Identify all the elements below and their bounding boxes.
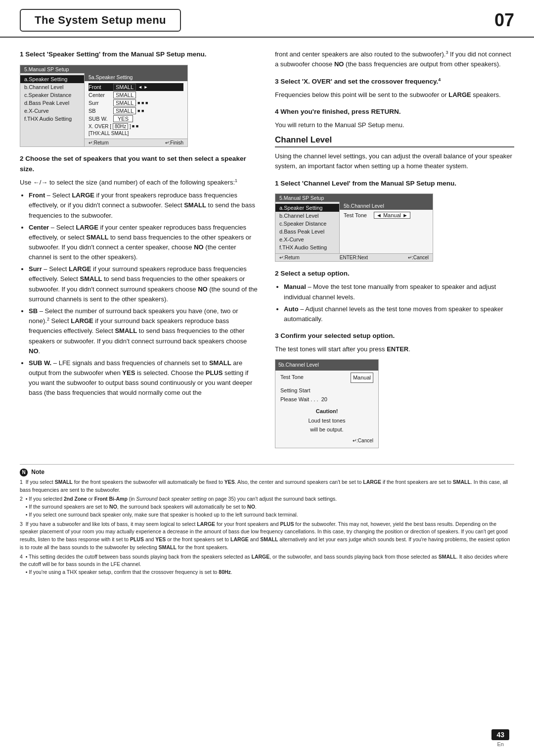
- menu-row-sb: SB SMALL ■ ■: [89, 107, 183, 115]
- ch-menu-item-bass: d.Bass Peak Level: [275, 228, 339, 236]
- ch-test-tone-row: Test Tone ◄ Manual ►: [344, 212, 410, 219]
- menu-right-panel: Front SMALL ◄ ► Center SMALL Surr: [85, 81, 187, 139]
- confirm-test-tone-row: Test Tone Manual: [280, 373, 373, 383]
- ch-menu-right-title: 5b.Channel Level: [340, 202, 433, 210]
- menu-title-right: 5a.Speaker Setting: [85, 73, 187, 81]
- step4-text: You will return to the Manual SP Setup m…: [275, 120, 514, 130]
- confirm-setting-start: Setting Start: [280, 386, 373, 395]
- menu-row-xover: X. OVER [ 80Hz ] ■ ■: [89, 123, 183, 130]
- menu-row-thx: [THX:ALL SMALL]: [89, 130, 183, 137]
- note-1: 1 If you select SMALL for the front spea…: [20, 478, 514, 494]
- ch-menu-item-channel: b.Channel Level: [275, 212, 339, 220]
- confirm-loud: Loud test tones: [280, 416, 373, 425]
- menu-item-channel-level: b.Channel Level: [20, 83, 84, 91]
- content-area: 1 Select 'Speaker Setting' from the Manu…: [0, 49, 534, 455]
- page-title: The System Setup menu: [20, 9, 181, 32]
- ch-menu-right: Test Tone ◄ Manual ►: [340, 210, 433, 221]
- bullet-front: Front – Select LARGE if your front speak…: [29, 190, 259, 220]
- ch-cancel-btn: ↵:Cancel: [408, 255, 429, 260]
- step4-heading: 4 When you're finished, press RETURN.: [275, 107, 514, 117]
- note-4: 4 • This setting decides the cutoff betw…: [20, 553, 514, 576]
- bullet-surr: Surr – Select LARGE if your surround spe…: [29, 264, 259, 304]
- sup1: 1: [235, 178, 237, 183]
- step2-text: Use ←/→ to select the size (and number) …: [20, 178, 259, 188]
- channel-level-intro: Using the channel level settings, you ca…: [275, 151, 514, 171]
- ch-menu-item-distance: c.Speaker Distance: [275, 220, 339, 228]
- bullet-subw: SUB W. – LFE signals and bass frequencie…: [29, 358, 259, 398]
- ch-step1-heading: 1 Select 'Channel Level' from the Manual…: [275, 179, 514, 189]
- page-header: The System Setup menu 07: [0, 0, 534, 38]
- ch-menu-left: a.Speaker Setting b.Channel Level c.Spea…: [275, 202, 340, 253]
- confirm-output: will be output.: [280, 425, 373, 434]
- ch-bullet-auto: Auto – Adjust channel levels as the test…: [284, 304, 514, 324]
- channel-level-heading: Channel Level: [275, 135, 514, 147]
- bullet-center: Center – Select LARGE if your center spe…: [29, 223, 259, 263]
- ch-menu-title: 5.Manual SP Setup: [275, 194, 433, 202]
- channel-level-menu: 5.Manual SP Setup a.Speaker Setting b.Ch…: [275, 193, 433, 262]
- ch-step3-heading: 3 Confirm your selected setup option.: [275, 331, 514, 341]
- menu-item-speaker-distance: c.Speaker Distance: [20, 91, 84, 99]
- left-column: 1 Select 'Speaker Setting' from the Manu…: [20, 49, 259, 455]
- ch-menu-bottom: ↵:Return ENTER:Next ↵:Cancel: [275, 253, 433, 261]
- menu-return-btn: ↵:Return: [89, 140, 109, 145]
- step2-heading: 2 Choose the set of speakers that you wa…: [20, 154, 259, 175]
- channel-level-confirm-menu: 5b.Channel Level Test Tone Manual Settin…: [275, 359, 379, 448]
- page-container: The System Setup menu 07 1 Select 'Speak…: [0, 0, 534, 756]
- notes-section: N Note 1 If you select SMALL for the fro…: [20, 464, 514, 576]
- ch-step2-heading: 2 Select a setup option.: [275, 269, 514, 279]
- confirm-cancel: ↵:Cancel: [280, 436, 373, 445]
- ch-menu-top: a.Speaker Setting b.Channel Level c.Spea…: [275, 202, 433, 253]
- ch-menu-item-speaker: a.Speaker Setting: [275, 204, 339, 212]
- page-number-area: 43 En: [491, 729, 509, 747]
- menu-row-center: Center SMALL: [89, 91, 183, 99]
- sup2: 2: [47, 317, 49, 322]
- note-2: 2 • If you selected 2nd Zone or Front Bi…: [20, 495, 514, 519]
- menu-left-panel: a.Speaker Setting b.Channel Level c.Spea…: [20, 73, 85, 146]
- step3-heading: 3 Select 'X. OVER' and set the crossover…: [275, 77, 514, 87]
- page-number: 43: [491, 729, 509, 740]
- step3-text: Frequencies below this point will be sen…: [275, 90, 514, 100]
- confirm-please-wait: Please Wait . . . 20: [280, 395, 373, 404]
- menu-item-thx: f.THX Audio Setting: [20, 115, 84, 123]
- ch-menu-item-thx: f.THX Audio Setting: [275, 243, 339, 251]
- ch-step3-text: The test tones will start after you pres…: [275, 344, 514, 354]
- menu-item-speaker-setting: a.Speaker Setting: [20, 75, 84, 83]
- chapter-number: 07: [494, 10, 514, 31]
- bullet-list: Front – Select LARGE if your front speak…: [20, 190, 259, 398]
- ch-bullet-list: Manual – Move the test tone manually fro…: [275, 282, 514, 324]
- menu-item-bass-peak: d.Bass Peak Level: [20, 99, 84, 107]
- note-heading: N Note: [20, 469, 514, 476]
- sup3: 3: [445, 50, 448, 55]
- continuation-text: front and center speakers are also route…: [275, 49, 514, 70]
- menu-item-xcurve: e.X-Curve: [20, 107, 84, 115]
- page-lang: En: [491, 741, 509, 747]
- menu-row-surr: Surr SMALL ■ ■ ■: [89, 99, 183, 107]
- note-3: 3 If you have a subwoofer and like lots …: [20, 520, 514, 552]
- menu-row-subw: SUB W. YES: [89, 115, 183, 123]
- speaker-setting-menu: 5.Manual SP Setup a.Speaker Setting b.Ch…: [20, 65, 188, 147]
- ch-enter-btn: ENTER:Next: [340, 255, 368, 260]
- right-column: front and center speakers are also route…: [275, 49, 514, 455]
- menu-finish-btn: ↵:Finish: [165, 140, 183, 145]
- note-icon: N: [20, 469, 28, 476]
- ch-menu-item-xcurve: e.X-Curve: [275, 236, 339, 243]
- menu-bottom-bar: ↵:Return ↵:Finish: [85, 139, 187, 146]
- confirm-caution: Caution!: [280, 407, 373, 416]
- menu-title-left: 5.Manual SP Setup: [20, 65, 187, 73]
- step1-heading: 1 Select 'Speaker Setting' from the Manu…: [20, 49, 259, 60]
- bullet-sb: SB – Select the number of surround back …: [29, 306, 259, 356]
- note-heading-text: Note: [31, 469, 44, 475]
- menu-row-front: Front SMALL ◄ ►: [89, 83, 183, 91]
- ch-bullet-manual: Manual – Move the test tone manually fro…: [284, 282, 514, 302]
- ch-return-btn: ↵:Return: [279, 255, 300, 260]
